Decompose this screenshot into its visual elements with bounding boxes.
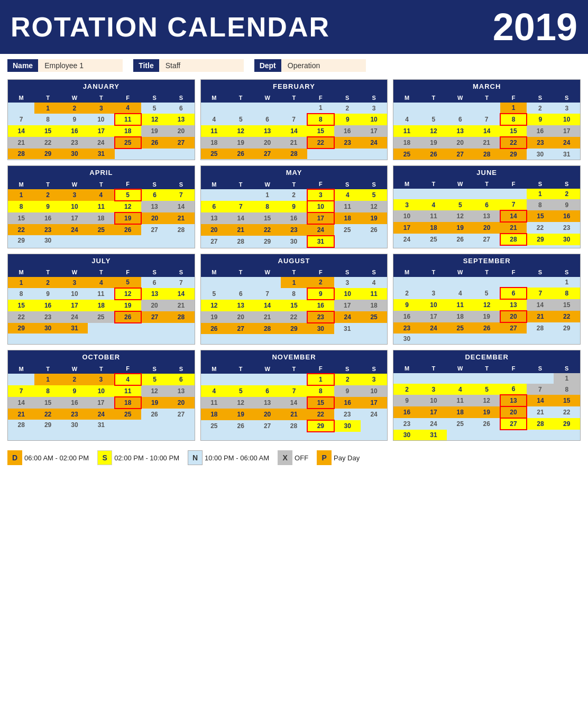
legend-bar: D 06:00 AM - 02:00 PM S 02:00 PM - 10:00… xyxy=(0,446,588,469)
dept-value: Operation xyxy=(281,59,366,72)
legend-text-D: 06:00 AM - 02:00 PM xyxy=(24,454,89,462)
month-march: MARCH MTWTFSS 1 2 3 4 5 6 7 8 9 10 xyxy=(393,79,581,160)
dept-label: Dept xyxy=(254,59,281,72)
title-label: Title xyxy=(133,59,159,72)
month-header-december: DECEMBER xyxy=(393,350,580,364)
month-april: APRIL MTWTFSS 1 2 3 4 5 6 7 8 9 10 11 12… xyxy=(7,165,195,248)
month-header-september: SEPTEMBER xyxy=(393,254,580,267)
calendars-grid: JANUARY MTWTFSS 1 2 3 4 5 6 7 8 9 10 11 … xyxy=(0,77,588,446)
cal-table-october: MTWTFSS 1 2 3 4 5 6 7 8 9 10 11 12 13 xyxy=(8,364,195,430)
calendar-title: ROTATION CALENDAR xyxy=(11,11,330,43)
cal-table-december: MTWTFSS 1 2 3 4 5 6 7 8 9 xyxy=(393,364,580,440)
month-header-may: MAY xyxy=(201,166,388,179)
legend-text-S: 02:00 PM - 10:00 PM xyxy=(114,454,179,462)
cal-table-march: MTWTFSS 1 2 3 4 5 6 7 8 9 10 11 xyxy=(393,93,580,160)
cal-table-november: MTWTFSS 1 2 3 4 5 6 7 8 9 10 11 xyxy=(201,364,388,432)
month-header-march: MARCH xyxy=(393,80,580,93)
legend-badge-X: X xyxy=(278,450,292,465)
legend-item-S: S 02:00 PM - 10:00 PM xyxy=(97,450,185,465)
legend-item-X: X OFF xyxy=(278,450,314,465)
cal-table-september: MTWTFSS 1 2 3 4 5 6 7 8 9 xyxy=(393,267,580,344)
dept-field: Dept Operation xyxy=(254,59,366,72)
month-header-october: OCTOBER xyxy=(8,350,195,364)
legend-badge-S: S xyxy=(97,450,112,465)
legend-text-N: 10:00 PM - 06:00 AM xyxy=(205,454,269,462)
page-header: ROTATION CALENDAR 2019 xyxy=(0,0,588,54)
legend-item-N: N 10:00 PM - 06:00 AM xyxy=(188,450,274,465)
cal-table-february: MTWTFSS 1 2 3 4 5 6 7 8 9 10 11 xyxy=(201,93,388,159)
legend-item-P: P Pay Day xyxy=(317,450,365,465)
month-january: JANUARY MTWTFSS 1 2 3 4 5 6 7 8 9 10 11 … xyxy=(7,79,195,160)
title-value: Staff xyxy=(159,59,244,72)
name-value: Employee 1 xyxy=(38,59,123,72)
month-header-april: APRIL xyxy=(8,166,195,179)
legend-badge-N: N xyxy=(188,450,203,465)
month-february: FEBRUARY MTWTFSS 1 2 3 4 5 6 7 8 9 1 xyxy=(200,79,388,160)
month-header-august: AUGUST xyxy=(201,254,388,267)
legend-text-X: OFF xyxy=(295,454,308,462)
month-may: MAY MTWTFSS 1 2 3 4 5 6 7 8 9 10 11 12 xyxy=(200,165,388,248)
name-label: Name xyxy=(7,59,38,72)
legend-badge-P: P xyxy=(317,450,332,465)
name-field: Name Employee 1 xyxy=(7,59,123,72)
month-july: JULY MTWTFSS 1 2 3 4 5 6 7 8 9 10 11 12 … xyxy=(7,254,195,345)
month-header-november: NOVEMBER xyxy=(201,350,388,364)
month-september: SEPTEMBER MTWTFSS 1 2 3 4 5 6 7 8 xyxy=(393,254,581,345)
month-november: NOVEMBER MTWTFSS 1 2 3 4 5 6 7 8 9 1 xyxy=(200,350,388,441)
legend-item-D: D 06:00 AM - 02:00 PM xyxy=(7,450,94,465)
month-header-june: JUNE xyxy=(393,166,580,179)
cal-table-january: MTWTFSS 1 2 3 4 5 6 7 8 9 10 11 12 13 xyxy=(8,93,195,159)
month-header-february: FEBRUARY xyxy=(201,80,388,93)
cal-table-august: MTWTFSS 1 2 3 4 5 6 7 8 9 10 11 12 xyxy=(201,267,388,334)
month-header-july: JULY xyxy=(8,254,195,267)
month-august: AUGUST MTWTFSS 1 2 3 4 5 6 7 8 9 10 1 xyxy=(200,254,388,345)
title-field: Title Staff xyxy=(133,59,244,72)
legend-badge-D: D xyxy=(7,450,22,465)
legend-text-P: Pay Day xyxy=(334,454,360,462)
calendar-year: 2019 xyxy=(493,5,577,49)
info-row: Name Employee 1 Title Staff Dept Operati… xyxy=(0,54,588,77)
month-october: OCTOBER MTWTFSS 1 2 3 4 5 6 7 8 9 10 11 … xyxy=(7,350,195,441)
month-december: DECEMBER MTWTFSS 1 2 3 4 5 6 7 8 xyxy=(393,350,581,441)
cal-table-april: MTWTFSS 1 2 3 4 5 6 7 8 9 10 11 12 13 14 xyxy=(8,179,195,246)
cal-table-june: MTWTFSS 1 2 3 4 5 6 7 8 9 10 xyxy=(393,179,580,246)
cal-table-july: MTWTFSS 1 2 3 4 5 6 7 8 9 10 11 12 13 14 xyxy=(8,267,195,334)
cal-table-may: MTWTFSS 1 2 3 4 5 6 7 8 9 10 11 12 1 xyxy=(201,179,388,248)
month-header-january: JANUARY xyxy=(8,80,195,93)
month-june: JUNE MTWTFSS 1 2 3 4 5 6 7 8 9 xyxy=(393,165,581,248)
